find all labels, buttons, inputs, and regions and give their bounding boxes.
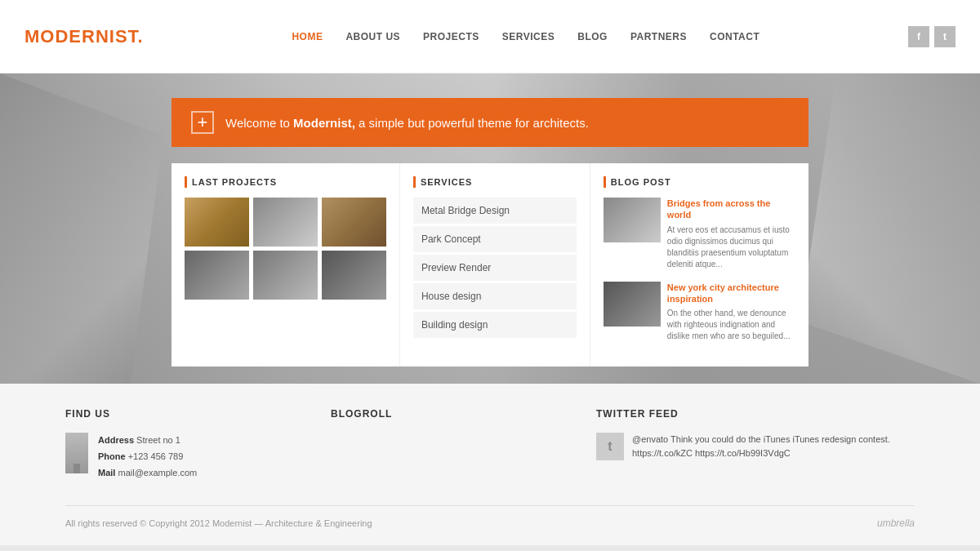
- services-title: SERVICES: [421, 177, 472, 187]
- twitter-col: TWITTER FEED t @envato Think you could d…: [596, 408, 915, 481]
- project-thumb-6[interactable]: [322, 251, 386, 300]
- services-list: Metal Bridge Design Park Concept Preview…: [413, 198, 577, 338]
- service-item[interactable]: House design: [413, 283, 577, 309]
- phone-label: Phone: [98, 451, 126, 461]
- footer-widgets: FIND US Address Street no 1 Phone +123 4…: [65, 408, 915, 481]
- projects-header: LAST PROJECTS: [185, 176, 386, 188]
- welcome-post: a simple but powerful theme for architec…: [355, 116, 589, 130]
- logo-dot: .: [138, 26, 144, 47]
- footer-bottom: All rights reserved © Copyright 2012 Mod…: [65, 505, 915, 529]
- twitter-item: t @envato Think you could do the iTunes …: [596, 433, 915, 460]
- service-item[interactable]: Park Concept: [413, 226, 577, 252]
- blog-thumb-2[interactable]: [604, 282, 661, 327]
- content-columns: LAST PROJECTS SERVICES Metal Bridge De: [172, 163, 808, 367]
- blog-col: BLOG POST Bridges from across the world …: [590, 163, 808, 367]
- project-thumb-4[interactable]: [185, 251, 249, 300]
- project-thumb-3[interactable]: [322, 198, 386, 247]
- phone-value: +123 456 789: [128, 451, 184, 461]
- project-thumb-2[interactable]: [253, 198, 318, 247]
- phone-line: Phone +123 456 789: [98, 449, 197, 465]
- nav-about[interactable]: ABOUT US: [345, 31, 400, 42]
- facebook-button[interactable]: f: [908, 26, 929, 47]
- address-label: Address: [98, 435, 134, 445]
- blog-post-2-text: New york city architecture inspiration O…: [667, 282, 795, 343]
- site-footer: FIND US Address Street no 1 Phone +123 4…: [0, 384, 980, 545]
- project-grid: [185, 198, 386, 300]
- twitter-title: TWITTER FEED: [596, 408, 915, 420]
- twitter-button[interactable]: t: [934, 26, 956, 47]
- logo-text: MODERNIST: [24, 26, 138, 47]
- mail-value: mail@example.com: [118, 468, 197, 478]
- blog-post-2-excerpt: On the other hand, we denounce with righ…: [667, 308, 795, 342]
- mail-label: Mail: [98, 468, 115, 478]
- welcome-banner: + Welcome to Modernist, a simple but pow…: [172, 98, 808, 147]
- blog-thumb-1[interactable]: [604, 198, 661, 242]
- find-us-col: FIND US Address Street no 1 Phone +123 4…: [65, 408, 331, 481]
- service-item[interactable]: Preview Render: [413, 255, 577, 281]
- mail-line: Mail mail@example.com: [98, 465, 197, 482]
- blog-post-2: New york city architecture inspiration O…: [604, 282, 795, 343]
- welcome-pre: Welcome to: [225, 116, 293, 130]
- find-us-info: Address Street no 1 Phone +123 456 789 M…: [65, 433, 331, 481]
- last-projects-col: LAST PROJECTS: [172, 163, 400, 367]
- find-us-details: Address Street no 1 Phone +123 456 789 M…: [98, 433, 197, 481]
- logo[interactable]: MODERNIST.: [24, 26, 144, 47]
- service-item[interactable]: Building design: [413, 312, 577, 338]
- blog-post-1-text: Bridges from across the world At vero eo…: [667, 198, 795, 270]
- services-header: SERVICES: [413, 176, 577, 188]
- twitter-icon: t: [596, 433, 624, 460]
- services-col: SERVICES Metal Bridge Design Park Concep…: [400, 163, 590, 367]
- projects-title: LAST PROJECTS: [192, 177, 277, 187]
- nav-home[interactable]: HOME: [292, 31, 323, 42]
- blog-title: BLOG POST: [611, 177, 671, 187]
- blog-post-1-title[interactable]: Bridges from across the world: [667, 198, 795, 221]
- nav-projects[interactable]: PROJECTS: [423, 31, 479, 42]
- project-thumb-5[interactable]: [253, 251, 318, 300]
- nav-contact[interactable]: CONTACT: [710, 31, 760, 42]
- service-item[interactable]: Metal Bridge Design: [413, 198, 577, 224]
- project-thumb-1[interactable]: [185, 198, 249, 247]
- welcome-brand: Modernist,: [293, 116, 355, 130]
- blog-post-1: Bridges from across the world At vero eo…: [604, 198, 795, 270]
- nav-partners[interactable]: PARTNERS: [630, 31, 687, 42]
- blog-post-1-excerpt: At vero eos et accusamus et iusto odio d…: [667, 224, 795, 270]
- tweet-text: @envato Think you could do the iTunes iT…: [632, 433, 915, 460]
- footer-copyright: All rights reserved © Copyright 2012 Mod…: [65, 518, 372, 528]
- site-header: MODERNIST. HOME ABOUT US PROJECTS SERVIC…: [0, 0, 980, 73]
- welcome-text: Welcome to Modernist, a simple but power…: [225, 116, 589, 130]
- plus-icon: +: [191, 111, 214, 134]
- footer-brand: umbrella: [877, 518, 915, 529]
- blog-post-2-title[interactable]: New york city architecture inspiration: [667, 282, 795, 305]
- nav-blog[interactable]: BLOG: [577, 31, 608, 42]
- hero-section: + Welcome to Modernist, a simple but pow…: [0, 73, 980, 384]
- blogroll-title: BLOGROLL: [331, 408, 596, 420]
- find-us-title: FIND US: [65, 408, 331, 420]
- nav-services[interactable]: SERVICES: [502, 31, 555, 42]
- main-nav: HOME ABOUT US PROJECTS SERVICES BLOG PAR…: [292, 31, 760, 42]
- address-line: Address Street no 1: [98, 433, 197, 449]
- blog-header: BLOG POST: [604, 176, 795, 188]
- social-icons: f t: [908, 26, 956, 47]
- blogroll-col: BLOGROLL: [331, 408, 596, 481]
- address-value: Street no 1: [136, 435, 180, 445]
- hero-content: + Welcome to Modernist, a simple but pow…: [0, 73, 980, 367]
- building-icon: [65, 433, 88, 473]
